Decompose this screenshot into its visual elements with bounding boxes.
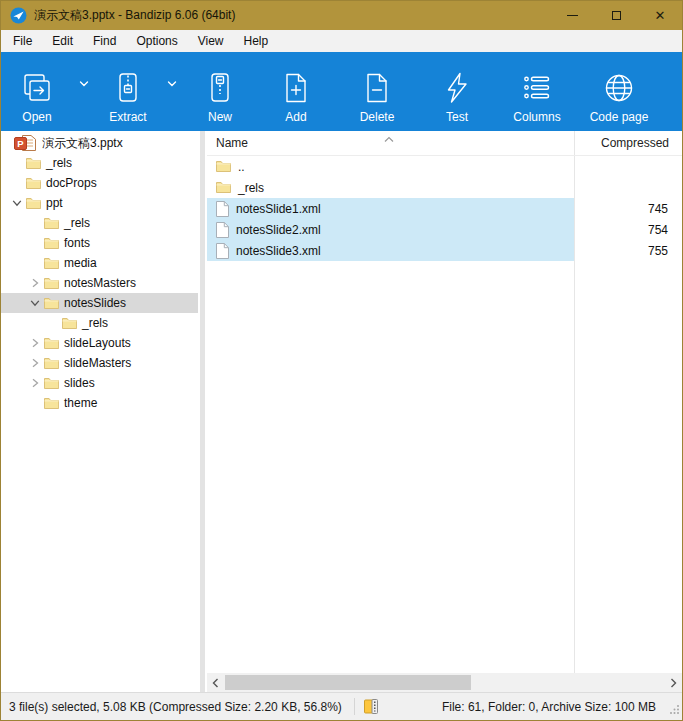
file-name-cell[interactable]: notesSlide2.xml bbox=[207, 219, 574, 240]
menu-item-file[interactable]: File bbox=[3, 30, 42, 52]
tree-item-slidemasters[interactable]: slideMasters bbox=[1, 353, 198, 373]
tree-indent bbox=[1, 223, 26, 224]
file-name-label: notesSlide3.xml bbox=[236, 244, 321, 258]
tree-item-_rels[interactable]: _rels bbox=[1, 153, 198, 173]
close-icon: ✕ bbox=[655, 9, 666, 22]
compressed-size-cell bbox=[574, 156, 682, 177]
dropdown-chevron-icon[interactable] bbox=[159, 36, 185, 131]
compressed-size-cell: 745 bbox=[574, 198, 682, 219]
chevron-right-icon[interactable] bbox=[26, 338, 44, 348]
tree-item-notesmasters[interactable]: notesMasters bbox=[1, 273, 198, 293]
scroll-left-arrow-icon[interactable] bbox=[207, 673, 224, 692]
toolbar-button-extract[interactable]: Extract bbox=[97, 52, 159, 131]
tree-indent bbox=[1, 323, 44, 324]
file-rows: .._relsnotesSlide1.xml745notesSlide2.xml… bbox=[207, 156, 682, 673]
folder-icon bbox=[44, 257, 59, 270]
tree-item-_rels[interactable]: _rels bbox=[1, 313, 198, 333]
folder-icon bbox=[26, 157, 41, 170]
folder-tree: P演示文稿3.pptx_relsdocPropsppt_relsfontsmed… bbox=[1, 131, 198, 692]
toolbar-button-new[interactable]: New bbox=[185, 52, 255, 131]
folder-icon bbox=[26, 177, 41, 190]
chevron-right-icon[interactable] bbox=[26, 278, 44, 288]
tree-item-docprops[interactable]: docProps bbox=[1, 173, 198, 193]
selection-summary: 3 file(s) selected, 5.08 KB (Compressed … bbox=[9, 700, 342, 714]
scroll-right-arrow-icon[interactable] bbox=[665, 673, 682, 692]
tree-item-label: theme bbox=[64, 396, 97, 410]
compressed-column-header[interactable]: Compressed bbox=[574, 136, 682, 150]
maximize-icon bbox=[612, 11, 621, 20]
tree-item-label: docProps bbox=[46, 176, 97, 190]
file-name-cell[interactable]: .. bbox=[207, 156, 574, 177]
extract-icon bbox=[111, 71, 145, 105]
tree-indent bbox=[1, 203, 8, 204]
tree-item-label: slideMasters bbox=[64, 356, 131, 370]
toolbar-button-code-page[interactable]: Code page bbox=[577, 52, 661, 131]
dropdown-chevron-icon[interactable] bbox=[71, 36, 97, 131]
column-divider[interactable] bbox=[574, 131, 575, 673]
toolbar-button-columns[interactable]: Columns bbox=[497, 52, 577, 131]
toolbar-button-label: Open bbox=[22, 110, 51, 124]
chevron-right-icon[interactable] bbox=[26, 358, 44, 368]
main-area: P演示文稿3.pptx_relsdocPropsppt_relsfontsmed… bbox=[1, 131, 682, 692]
title-bar: 演示文稿3.pptx - Bandizip 6.06 (64bit) ✕ bbox=[1, 1, 682, 30]
minimize-icon bbox=[567, 15, 578, 16]
folder-icon bbox=[44, 217, 59, 230]
status-divider bbox=[354, 698, 355, 715]
tree-item-theme[interactable]: theme bbox=[1, 393, 198, 413]
test-icon bbox=[440, 71, 474, 105]
file-row-notesslide2.xml[interactable]: notesSlide2.xml754 bbox=[207, 219, 682, 240]
folder-icon bbox=[44, 297, 59, 310]
tree-item-ppt[interactable]: ppt bbox=[1, 193, 198, 213]
maximize-button[interactable] bbox=[594, 1, 638, 30]
add-icon bbox=[279, 71, 313, 105]
new-archive-icon bbox=[203, 71, 237, 105]
archive-summary: File: 61, Folder: 0, Archive Size: 100 M… bbox=[386, 700, 674, 714]
chevron-right-icon[interactable] bbox=[26, 378, 44, 388]
tree-item-media[interactable]: media bbox=[1, 253, 198, 273]
file-list-panel: Name Compressed .._relsnotesSlide1.xml74… bbox=[207, 131, 682, 692]
file-row-..[interactable]: .. bbox=[207, 156, 682, 177]
tree-item-label: slideLayouts bbox=[64, 336, 131, 350]
tree-item-slides[interactable]: slides bbox=[1, 373, 198, 393]
folder-icon bbox=[44, 277, 59, 290]
toolbar-button-test[interactable]: Test bbox=[417, 52, 497, 131]
file-row-notesslide1.xml[interactable]: notesSlide1.xml745 bbox=[207, 198, 682, 219]
codepage-icon bbox=[602, 71, 636, 105]
tree-item-label: slides bbox=[64, 376, 95, 390]
tree-item-演示文稿3.pptx[interactable]: P演示文稿3.pptx bbox=[1, 133, 198, 153]
tree-indent bbox=[1, 183, 8, 184]
file-row-_rels[interactable]: _rels bbox=[207, 177, 682, 198]
minimize-button[interactable] bbox=[550, 1, 594, 30]
menu-item-view[interactable]: View bbox=[188, 30, 234, 52]
tree-item-slidelayouts[interactable]: slideLayouts bbox=[1, 333, 198, 353]
panel-splitter[interactable] bbox=[198, 131, 207, 692]
file-name-cell[interactable]: notesSlide3.xml bbox=[207, 240, 574, 261]
close-button[interactable]: ✕ bbox=[638, 1, 682, 30]
tree-item-fonts[interactable]: fonts bbox=[1, 233, 198, 253]
toolbar-button-delete[interactable]: Delete bbox=[337, 52, 417, 131]
chevron-down-icon[interactable] bbox=[26, 299, 44, 307]
file-icon bbox=[216, 201, 229, 217]
resize-grip[interactable] bbox=[669, 704, 680, 718]
folder-icon bbox=[44, 337, 59, 350]
chevron-down-icon[interactable] bbox=[8, 199, 26, 207]
tree-item-notesslides[interactable]: notesSlides bbox=[1, 293, 198, 313]
tree-item-label: _rels bbox=[82, 316, 108, 330]
file-name-label: _rels bbox=[238, 181, 264, 195]
list-header: Name Compressed bbox=[207, 131, 682, 156]
toolbar-button-label: Code page bbox=[590, 110, 649, 124]
menu-bar: FileEditFindOptionsViewHelp bbox=[1, 30, 682, 52]
file-row-notesslide3.xml[interactable]: notesSlide3.xml755 bbox=[207, 240, 682, 261]
archive-icon bbox=[364, 699, 378, 714]
horizontal-scrollbar[interactable] bbox=[207, 673, 682, 692]
file-name-cell[interactable]: notesSlide1.xml bbox=[207, 198, 574, 219]
menu-item-help[interactable]: Help bbox=[234, 30, 279, 52]
tree-item-_rels[interactable]: _rels bbox=[1, 213, 198, 233]
file-name-label: notesSlide1.xml bbox=[236, 202, 321, 216]
tree-indent bbox=[1, 263, 26, 264]
scrollbar-thumb[interactable] bbox=[225, 675, 471, 690]
file-name-cell[interactable]: _rels bbox=[207, 177, 574, 198]
file-name-label: .. bbox=[238, 160, 245, 174]
toolbar-button-open[interactable]: Open bbox=[3, 52, 71, 131]
toolbar-button-add[interactable]: Add bbox=[255, 52, 337, 131]
